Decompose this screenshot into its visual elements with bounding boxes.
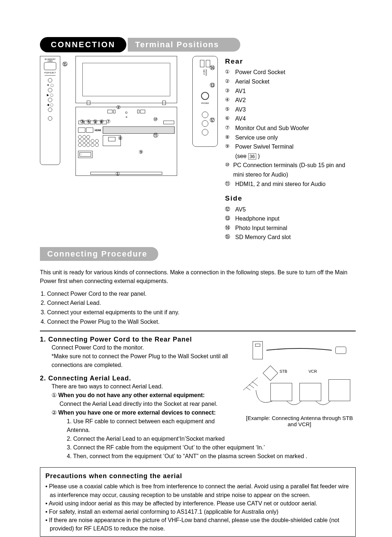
proc2-opt2: When you have one or more external devic… [58, 409, 216, 416]
callout-8: ⑧ [118, 135, 123, 141]
precaution-item: • If there are noise appearance in the p… [50, 516, 350, 533]
proc2-heading: 2. Connecting Aerial Lead. [40, 375, 236, 382]
callout-15: ⑮ [62, 61, 68, 68]
precaution-item: • Please use a coaxial cable which is fr… [50, 482, 350, 499]
button-icon [48, 98, 52, 102]
subsection-connecting-procedure: Connecting Procedure [40, 247, 158, 261]
intro-text: This unit is ready for various kinds of … [40, 268, 356, 286]
steps-list: 1. Connect Power Cord to the rear panel.… [41, 289, 356, 326]
proc2-step2: 2. Connect the Aerial Lead to an equipme… [67, 435, 236, 443]
proc2-step3: 3. Connect the RF cable from the equipme… [67, 443, 356, 452]
callout-6: ⑥ [99, 118, 104, 124]
button-icon [48, 108, 52, 112]
proc2-opt1: When you do not have any other external … [58, 392, 205, 398]
photo-input-label: PHOTO INPUT [203, 69, 207, 80]
proc2-opt1-body: Connect the Aerial Lead directly into th… [60, 400, 236, 408]
rear-heading: Rear [225, 56, 356, 67]
proc1-heading: 1. Connecting Power Cord to the Rear Pan… [40, 336, 236, 343]
callout-7: ⑦ [106, 118, 111, 124]
side-heading: Side [225, 193, 356, 204]
power-cord-illustration [243, 336, 356, 365]
sd-card-label: SD MEMORY CARD [42, 58, 58, 62]
wiring-icon [243, 365, 356, 412]
terminal-diagram: SD MEMORY CARD PUSH-EJECT ▼ ◯ ▶ ◯ ◀ ◯ [40, 56, 218, 242]
proc1-line1: Connect Power Cord to the monitor. [52, 343, 236, 352]
plug-icon [335, 347, 346, 354]
callout-4: ④ [86, 118, 91, 124]
section-badge: CONNECTION [40, 37, 126, 52]
callout-14: ⑭ [210, 65, 215, 71]
sd-slot-icon [44, 62, 56, 70]
proc2-step4: 4. Then, connect from the equipment ‘Out… [67, 452, 356, 461]
callout-5: ⑤ [93, 118, 98, 124]
proc1-line2: *Make sure not to connect the Power Plug… [52, 352, 236, 370]
phones-label: PHONES [201, 102, 209, 104]
callout-12: ⑫ [210, 117, 215, 124]
button-icon [48, 78, 52, 82]
precautions-heading: Precautions when connecting the aerial [45, 471, 350, 481]
cable-icon [266, 345, 332, 356]
precaution-item: • For safety, install an external aerial… [50, 508, 350, 516]
illus2-caption: [Example: Connecting Antenna through STB… [243, 415, 356, 427]
headphone-jack-icon [201, 92, 209, 100]
callout-11: ⑪ [153, 132, 158, 139]
socket-icon [253, 341, 263, 359]
av-jack-icon [202, 112, 208, 118]
proc2-line1: There are two ways to connect Aerial Lea… [52, 382, 236, 391]
callout-2: ② [116, 104, 121, 110]
callout-3: ③ [80, 118, 85, 124]
button-icon [48, 116, 52, 121]
push-eject-label: PUSH-EJECT [44, 72, 56, 74]
button-icon [48, 88, 52, 92]
side-list: ⑫AV5 ⑬Headphone input ⑭Photo Input termi… [225, 205, 356, 242]
rear-list: ①Power Cord Socket ②Aerial Socket ③AV1 ④… [225, 68, 356, 189]
proc2-step1: 1. Use RF cable to connect between each … [67, 417, 236, 435]
antenna-illustration: STB VCR [Example: Connecting Antenna thr… [243, 365, 356, 412]
av-jack-icon [202, 129, 208, 136]
callout-13: ⑬ [210, 82, 215, 89]
callout-1: ① [115, 171, 120, 177]
precaution-item: • Avoid using indoor aerial as this may … [50, 499, 350, 508]
callout-10: ⑩ [153, 116, 158, 122]
rear-panel-illustration: ⊕ HDMI [75, 56, 177, 176]
front-panel-illustration: SD MEMORY CARD PUSH-EJECT ▼ ◯ ▶ ◯ ◀ ◯ [40, 56, 60, 165]
av-jack-icon [202, 120, 208, 127]
precautions-box: Precautions when connecting the aerial •… [40, 467, 356, 537]
subsection-terminal-positions: Terminal Positions [128, 38, 240, 52]
divider [40, 331, 356, 331]
callout-9: ⑨ [139, 149, 143, 155]
